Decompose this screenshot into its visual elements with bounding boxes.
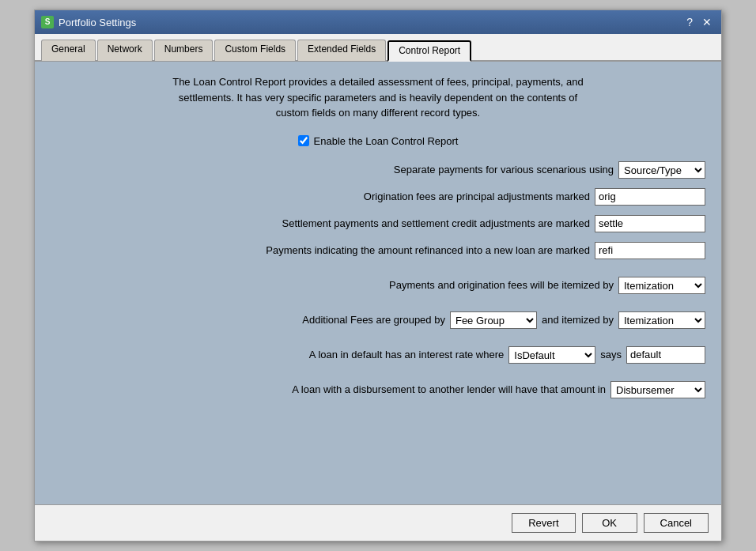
portfolio-settings-window: S Portfolio Settings ? ✕ General Network… xyxy=(34,9,722,542)
origination-fees-label: Origination fees are principal adjustmen… xyxy=(364,191,590,202)
close-button[interactable]: ✕ xyxy=(699,17,715,28)
default-value-input[interactable] xyxy=(626,346,705,364)
payments-refinanced-row: Payments indicating the amount refinance… xyxy=(51,242,705,259)
tab-general[interactable]: General xyxy=(41,40,96,61)
title-buttons: ? ✕ xyxy=(683,17,715,28)
additional-fees-label-prefix: Additional Fees are grouped by xyxy=(302,314,445,326)
help-button[interactable]: ? xyxy=(683,17,696,28)
payments-refinanced-label: Payments indicating the amount refinance… xyxy=(266,244,590,256)
itemized-by-select[interactable]: Itemization Type None xyxy=(618,277,705,294)
isdefault-select[interactable]: IsDefault Default IsDelinquent xyxy=(508,346,595,364)
window-title: Portfolio Settings xyxy=(59,17,136,28)
title-bar-left: S Portfolio Settings xyxy=(41,16,136,28)
enable-checkbox-row: Enable the Loan Control Report xyxy=(51,135,705,147)
additional-fees-label-middle: and itemized by xyxy=(542,314,614,326)
revert-button[interactable]: Revert xyxy=(512,513,575,533)
loan-default-label-prefix: A loan in default has an interest rate w… xyxy=(309,349,504,360)
separate-payments-row: Separate payments for various scenarious… xyxy=(51,161,705,179)
disbursement-row: A loan with a disbursement to another le… xyxy=(51,381,705,398)
loan-default-row: A loan in default has an interest rate w… xyxy=(51,346,705,364)
payments-refinanced-input[interactable] xyxy=(595,242,705,259)
additional-fees-row: Additional Fees are grouped by Fee Group… xyxy=(51,311,705,329)
fee-group-select[interactable]: Fee Group Type None xyxy=(450,311,537,329)
origination-fees-input[interactable] xyxy=(595,188,705,206)
itemized-by-row: Payments and origination fees will be it… xyxy=(51,277,705,294)
ok-button[interactable]: OK xyxy=(582,513,637,533)
settlement-payments-input[interactable] xyxy=(595,215,705,232)
tab-bar: General Network Numbers Custom Fields Ex… xyxy=(35,34,721,62)
origination-fees-row: Origination fees are principal adjustmen… xyxy=(51,188,705,206)
tab-extended-fields[interactable]: Extended Fields xyxy=(297,40,386,61)
tab-control-report[interactable]: Control Report xyxy=(387,40,471,62)
disbursement-select[interactable]: Disbursemer Disbursement None xyxy=(610,381,705,398)
app-icon: S xyxy=(41,16,54,28)
tab-custom-fields[interactable]: Custom Fields xyxy=(214,40,296,61)
separate-payments-label: Separate payments for various scenarious… xyxy=(394,164,614,175)
disbursement-label: A loan with a disbursement to another le… xyxy=(292,383,606,395)
settlement-payments-label: Settlement payments and settlement credi… xyxy=(282,217,590,229)
bottom-bar: Revert OK Cancel xyxy=(35,504,721,541)
tab-network[interactable]: Network xyxy=(97,40,153,61)
title-bar: S Portfolio Settings ? ✕ xyxy=(35,10,721,34)
content-area: The Loan Control Report provides a detai… xyxy=(35,62,721,504)
loan-default-says: says xyxy=(600,349,622,360)
enable-checkbox[interactable] xyxy=(298,135,309,146)
additional-fees-itemized-select[interactable]: Itemization Type None xyxy=(618,311,705,329)
description-text: The Loan Control Report provides a detai… xyxy=(51,74,705,121)
cancel-button[interactable]: Cancel xyxy=(644,513,709,533)
settlement-payments-row: Settlement payments and settlement credi… xyxy=(51,215,705,232)
enable-checkbox-label: Enable the Loan Control Report xyxy=(314,135,459,147)
separate-payments-select[interactable]: Source/Type Type Source xyxy=(618,161,705,179)
itemized-by-label: Payments and origination fees will be it… xyxy=(389,279,614,291)
tab-numbers[interactable]: Numbers xyxy=(154,40,214,61)
